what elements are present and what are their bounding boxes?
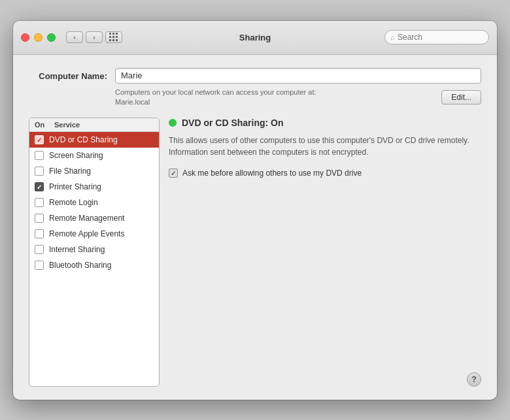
search-input[interactable]	[398, 33, 483, 42]
help-button[interactable]: ?	[467, 372, 481, 387]
detail-header: DVD or CD Sharing: On	[169, 118, 481, 128]
service-item-remote-apple-events[interactable]: Remote Apple Events	[29, 226, 159, 242]
service-item-dvd-sharing[interactable]: DVD or CD Sharing	[29, 132, 159, 148]
edit-button[interactable]: Edit...	[441, 90, 481, 105]
service-name-screen-sharing: Screen Sharing	[49, 151, 103, 160]
service-item-bluetooth-sharing[interactable]: Bluetooth Sharing	[29, 257, 159, 273]
service-name-file-sharing: File Sharing	[49, 167, 91, 176]
minimize-button[interactable]	[34, 33, 42, 42]
status-dot	[169, 119, 177, 127]
service-checkbox-dvd-sharing[interactable]	[35, 135, 44, 144]
close-button[interactable]	[21, 33, 29, 42]
nav-buttons: ‹ ›	[66, 31, 103, 43]
detail-option: Ask me before allowing others to use my …	[169, 169, 481, 178]
services-header-service: Service	[54, 121, 80, 129]
service-name-printer-sharing: Printer Sharing	[49, 182, 101, 191]
service-item-file-sharing[interactable]: File Sharing	[29, 163, 159, 179]
computer-name-row: Computer Name: Computers on your local n…	[29, 68, 481, 108]
titlebar: ‹ › Sharing ⌕	[13, 21, 497, 55]
main-window: ‹ › Sharing ⌕ Computer Name: Compute	[13, 21, 497, 400]
computer-name-right: Computers on your local network can acce…	[115, 68, 481, 108]
service-item-internet-sharing[interactable]: Internet Sharing	[29, 242, 159, 257]
main-content: Computer Name: Computers on your local n…	[13, 55, 497, 400]
forward-button[interactable]: ›	[86, 31, 103, 43]
service-name-remote-apple-events: Remote Apple Events	[49, 229, 124, 238]
detail-description: This allows users of other computers to …	[169, 135, 481, 158]
service-name-dvd-sharing: DVD or CD Sharing	[49, 135, 118, 144]
option-label: Ask me before allowing others to use my …	[182, 169, 362, 178]
service-checkbox-file-sharing[interactable]	[35, 167, 44, 176]
search-icon: ⌕	[390, 33, 395, 41]
detail-title: DVD or CD Sharing: On	[182, 118, 284, 128]
computer-name-label: Computer Name:	[29, 68, 107, 81]
main-panel: On Service DVD or CD Sharing Screen Shar…	[29, 118, 481, 386]
service-checkbox-internet-sharing[interactable]	[35, 245, 44, 254]
computer-name-input[interactable]	[115, 68, 481, 84]
grid-button[interactable]	[105, 31, 122, 43]
services-header-on: On	[35, 121, 49, 129]
service-name-bluetooth-sharing: Bluetooth Sharing	[49, 261, 111, 270]
services-list: On Service DVD or CD Sharing Screen Shar…	[29, 118, 160, 386]
service-name-internet-sharing: Internet Sharing	[49, 245, 105, 254]
service-checkbox-bluetooth-sharing[interactable]	[35, 261, 44, 270]
service-item-remote-management[interactable]: Remote Management	[29, 210, 159, 226]
service-checkbox-remote-login[interactable]	[35, 198, 44, 207]
option-checkbox[interactable]	[169, 169, 178, 178]
back-button[interactable]: ‹	[66, 31, 83, 43]
service-item-printer-sharing[interactable]: Printer Sharing	[29, 179, 159, 195]
service-checkbox-screen-sharing[interactable]	[35, 151, 44, 160]
service-item-remote-login[interactable]: Remote Login	[29, 195, 159, 210]
services-list-header: On Service	[29, 118, 159, 132]
maximize-button[interactable]	[47, 33, 56, 42]
window-title: Sharing	[239, 33, 271, 42]
detail-panel: DVD or CD Sharing: On This allows users …	[169, 118, 481, 386]
grid-icon	[109, 33, 118, 42]
traffic-lights	[21, 33, 56, 42]
computer-name-description: Computers on your local network can acce…	[115, 88, 434, 108]
service-item-screen-sharing[interactable]: Screen Sharing	[29, 148, 159, 163]
service-checkbox-remote-apple-events[interactable]	[35, 229, 44, 238]
service-name-remote-management: Remote Management	[49, 214, 124, 223]
service-name-remote-login: Remote Login	[49, 198, 98, 207]
search-box[interactable]: ⌕	[384, 30, 489, 44]
service-checkbox-printer-sharing[interactable]	[35, 182, 44, 191]
service-checkbox-remote-management[interactable]	[35, 214, 44, 223]
computer-name-desc-row: Computers on your local network can acce…	[115, 88, 481, 108]
